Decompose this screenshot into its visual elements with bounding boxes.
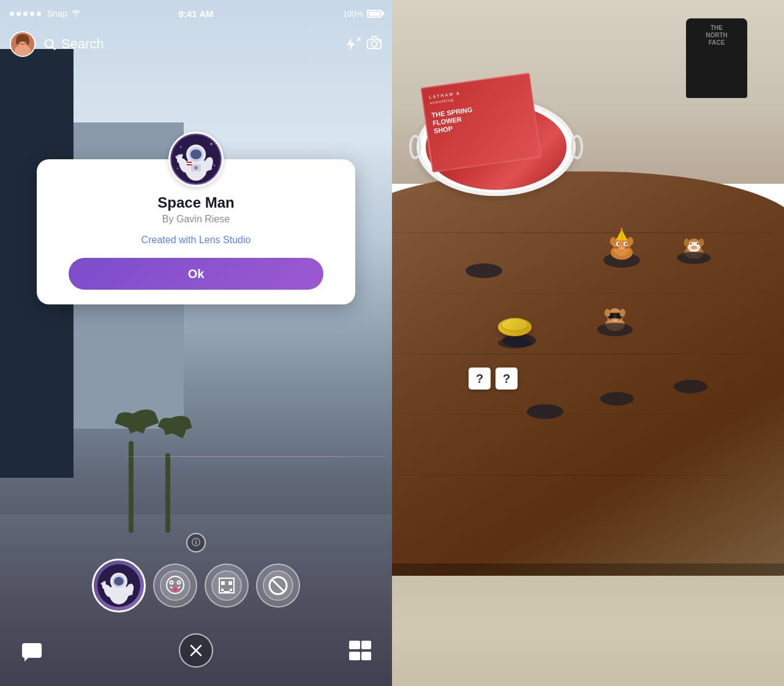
info-circle[interactable]: ⓘ (186, 533, 206, 552)
flash-icon[interactable]: × (344, 37, 358, 51)
signal-dot-2 (17, 12, 21, 16)
lens-item-spaceman[interactable] (92, 559, 146, 612)
svg-point-14 (180, 146, 181, 148)
svg-rect-73 (361, 652, 371, 660)
svg-rect-71 (361, 641, 371, 649)
svg-point-15 (211, 143, 213, 145)
ar-hole-5 (674, 380, 707, 393)
svg-point-98 (697, 243, 699, 244)
user-avatar[interactable] (10, 31, 36, 57)
lens-item-tongue[interactable] (153, 564, 197, 608)
question-box-1: ? (469, 368, 491, 390)
lens-item-blocked[interactable] (256, 564, 300, 608)
battery-icon (367, 10, 382, 18)
chat-button[interactable] (18, 637, 45, 664)
ar-creature-1 (606, 227, 637, 268)
carpet-area (392, 564, 784, 686)
stories-button[interactable] (347, 637, 374, 664)
svg-rect-57 (221, 581, 225, 585)
search-icon (43, 37, 56, 51)
lens-created-text: Created with Lens Studio (141, 235, 251, 246)
svg-point-85 (622, 246, 624, 247)
signal-dots (10, 12, 41, 16)
search-bar[interactable]: Search (43, 36, 337, 52)
svg-point-11 (371, 41, 377, 47)
palm-trees-area (80, 410, 392, 533)
svg-point-78 (620, 228, 623, 230)
svg-point-7 (26, 37, 29, 45)
svg-rect-60 (224, 591, 226, 592)
svg-rect-34 (187, 162, 192, 163)
top-bar: Search × (0, 27, 392, 61)
svg-point-90 (610, 237, 616, 246)
close-lens-button[interactable] (179, 633, 213, 668)
string-lights (123, 447, 392, 472)
svg-point-41 (114, 577, 124, 586)
lens-author: By Gavin Riese (162, 214, 230, 225)
svg-point-32 (194, 166, 198, 170)
lens-popup: Space Man By Gavin Riese Created with Le… (37, 159, 355, 304)
svg-point-113 (613, 319, 614, 320)
lens-avatar (168, 132, 224, 187)
svg-marker-67 (24, 658, 28, 662)
ar-hole-4 (600, 392, 634, 405)
svg-point-101 (695, 247, 695, 247)
lens-info-indicator: ⓘ (186, 533, 206, 552)
top-right-icons: × (344, 36, 382, 53)
svg-point-100 (693, 247, 693, 247)
question-box-2: ? (496, 368, 518, 390)
camera-flip-icon[interactable] (366, 36, 382, 53)
lens-studio-link[interactable]: Lens Studio (199, 235, 251, 245)
svg-rect-61 (226, 591, 230, 592)
svg-point-118 (620, 309, 625, 317)
lens-ok-label: Ok (188, 267, 205, 281)
battery-fill (369, 12, 380, 16)
signal-dot-4 (30, 12, 34, 16)
signal-dot-5 (37, 12, 41, 16)
svg-point-81 (618, 243, 620, 245)
magazine: LATHAM & something THE SPRINGFLOWERSHOP (420, 72, 541, 173)
status-bar: Snap 9:41 AM 100% (0, 0, 392, 27)
svg-point-97 (690, 243, 692, 244)
svg-rect-72 (349, 652, 360, 660)
svg-rect-59 (221, 589, 224, 591)
ar-hole-3 (527, 404, 564, 419)
svg-line-27 (176, 157, 178, 159)
status-time: 9:41 AM (179, 9, 214, 19)
svg-rect-62 (230, 589, 232, 591)
svg-point-112 (612, 318, 617, 322)
svg-rect-36 (187, 164, 192, 165)
signal-dot-3 (23, 12, 28, 16)
ar-creature-3 (600, 300, 630, 336)
svg-rect-35 (187, 163, 192, 164)
flash-off-icon: × (356, 34, 361, 44)
lens-strip (0, 559, 392, 612)
svg-line-46 (102, 584, 103, 586)
svg-point-17 (177, 168, 178, 169)
svg-rect-58 (228, 581, 232, 585)
svg-point-99 (690, 246, 697, 249)
svg-point-16 (214, 165, 215, 166)
wifi-icon (71, 9, 81, 18)
lens-item-pixel-face[interactable] (205, 564, 249, 608)
svg-point-49 (160, 571, 190, 600)
lens-name: Space Man (157, 194, 234, 211)
battery-percent: 100% (343, 9, 363, 18)
svg-line-47 (104, 582, 104, 584)
svg-point-55 (212, 571, 241, 600)
svg-point-83 (619, 246, 625, 249)
svg-point-84 (620, 246, 621, 247)
svg-point-12 (379, 40, 380, 42)
svg-point-22 (190, 149, 202, 159)
svg-point-6 (16, 37, 20, 45)
svg-point-117 (605, 309, 610, 317)
svg-line-28 (178, 156, 179, 157)
ar-creature-2 (680, 230, 708, 264)
svg-rect-66 (22, 643, 42, 658)
svg-point-102 (684, 239, 689, 247)
status-right: 100% (343, 9, 382, 18)
svg-point-82 (625, 243, 627, 245)
svg-point-103 (698, 239, 704, 247)
lens-ok-button[interactable]: Ok (69, 258, 323, 290)
bag-logo: THENORTHFACE (706, 24, 728, 47)
